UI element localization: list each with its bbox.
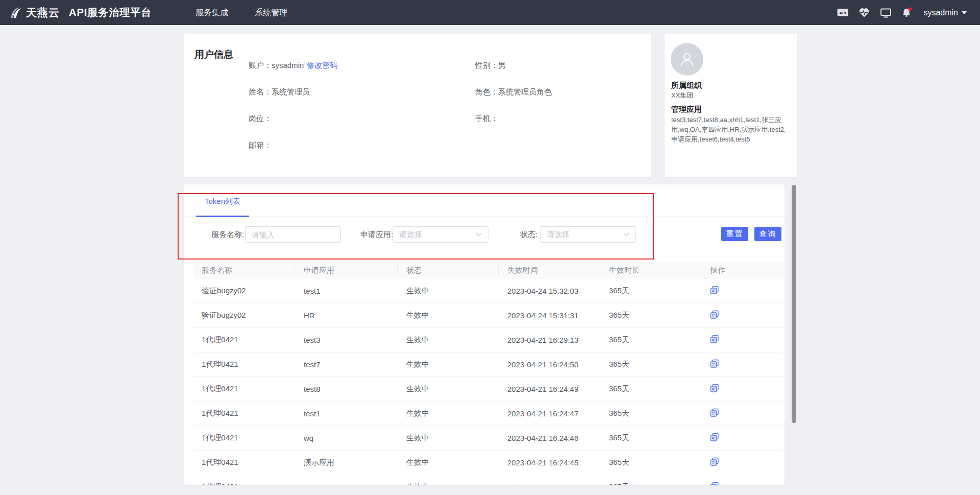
table-cell: 2023-04-21 16:24:44	[499, 483, 600, 485]
user-info-title: 用户信息	[194, 48, 233, 61]
copy-token-icon[interactable]	[710, 384, 719, 393]
operation-cell	[701, 335, 783, 345]
field-name: 姓名：系统管理员	[249, 87, 310, 97]
col-duration: 生效时长	[600, 266, 701, 275]
org-label: 所属组织	[671, 81, 702, 90]
table-cell: 2023-04-21 16:24:50	[499, 360, 600, 369]
chevron-down-icon	[623, 232, 629, 237]
col-expire-time: 失效时间	[499, 266, 600, 275]
profile-card: 所属组织 XX集团 管理应用 test3,test7,test8,aa,xhh1…	[665, 34, 797, 177]
table-cell: HR	[295, 311, 398, 320]
table-row: 1代理0421test7生效中2023-04-21 16:24:50365天	[193, 352, 783, 377]
service-name-input[interactable]	[245, 226, 341, 243]
table-cell: 365天	[600, 311, 701, 320]
top-navigation-bar: 天燕云 API服务治理平台 服务集成 系统管理 API	[0, 0, 980, 25]
monitor-icon[interactable]	[879, 7, 892, 18]
table-cell: 1代理0421	[193, 384, 295, 394]
tab-token-list[interactable]: Token列表	[196, 184, 249, 217]
table-cell: 生效中	[398, 458, 499, 467]
managed-apps-label: 管理应用	[671, 105, 702, 114]
svg-text:API: API	[840, 10, 846, 15]
change-password-link[interactable]: 修改密码	[307, 61, 337, 69]
copy-token-icon[interactable]	[710, 482, 719, 485]
org-value: XX集团	[671, 91, 693, 100]
nav-item-service-integration[interactable]: 服务集成	[195, 0, 228, 25]
table-cell: 2023-04-21 16:29:13	[499, 336, 600, 344]
table-cell: 验证bugzy02	[193, 286, 295, 296]
avatar	[671, 43, 703, 76]
copy-token-icon[interactable]	[710, 310, 719, 319]
username: sysadmin	[923, 8, 958, 17]
app-title: API服务治理平台	[69, 6, 152, 19]
copy-token-icon[interactable]	[710, 408, 719, 417]
token-list-card: Token列表 服务名称: 申请应用: 请选择 状态: 请选择 重置 查询 服务…	[184, 184, 785, 485]
table-cell: test1	[295, 409, 398, 418]
table-cell: 365天	[600, 335, 701, 345]
status-select[interactable]: 请选择	[540, 226, 636, 243]
query-button[interactable]: 查询	[754, 227, 781, 241]
field-position: 岗位：	[249, 114, 272, 124]
field-account: 账户：sysadmin修改密码	[249, 61, 337, 70]
table-cell: test1	[295, 287, 398, 295]
brand[interactable]: 天燕云	[8, 5, 60, 20]
table-cell: 2023-04-21 16:24:49	[499, 385, 600, 393]
table-cell: 演示应用	[295, 458, 398, 467]
api-docs-icon[interactable]: API	[837, 7, 849, 18]
apply-app-select-placeholder: 请选择	[399, 227, 422, 242]
table-cell: 2023-04-21 16:24:45	[499, 458, 600, 467]
table-cell: 2023-04-21 16:24:47	[499, 409, 600, 418]
operation-cell	[701, 457, 783, 468]
col-operation: 操作	[701, 266, 783, 275]
field-gender: 性别：男	[475, 61, 506, 70]
table-cell: 验证bugzy02	[193, 311, 295, 320]
table-cell: 生效中	[398, 482, 499, 485]
table-cell: 生效中	[398, 286, 499, 296]
apply-app-label: 申请应用:	[360, 226, 393, 243]
operation-cell	[701, 408, 783, 419]
table-row: 1代理0421演示应用生效中2023-04-21 16:24:45365天	[193, 451, 783, 475]
notification-bell-icon[interactable]	[901, 7, 913, 18]
nav-item-system-management[interactable]: 系统管理	[255, 0, 287, 25]
token-table: 服务名称 申请应用 状态 失效时间 生效时长 操作 验证bugzy02test1…	[193, 262, 783, 485]
brand-name: 天燕云	[26, 6, 60, 20]
page-scrollbar[interactable]	[792, 185, 796, 423]
nav-right-actions: API sysadmin	[827, 7, 980, 18]
table-cell: 生效中	[398, 433, 499, 443]
tianyan-cloud-logo-icon	[8, 5, 23, 20]
table-cell: 生效中	[398, 335, 499, 345]
chevron-down-icon	[476, 232, 482, 237]
table-row: 1代理0421test8生效中2023-04-21 16:24:49365天	[193, 377, 783, 402]
table-cell: 365天	[600, 482, 701, 485]
table-cell: 1代理0421	[193, 335, 295, 345]
table-cell: 1代理0421	[193, 433, 295, 443]
copy-token-icon[interactable]	[710, 286, 719, 295]
copy-token-icon[interactable]	[710, 335, 719, 344]
service-name-label: 服务名称:	[211, 226, 244, 243]
table-cell: 生效中	[398, 409, 499, 418]
table-cell: 1代理0421	[193, 458, 295, 467]
field-phone: 手机：	[475, 114, 498, 124]
user-info-card: 用户信息 账户：sysadmin修改密码 性别：男 姓名：系统管理员 角色：系统…	[184, 34, 651, 177]
copy-token-icon[interactable]	[710, 359, 719, 368]
table-cell: 365天	[600, 409, 701, 418]
table-cell: 生效中	[398, 311, 499, 320]
field-email: 邮箱：	[249, 140, 272, 150]
table-row: 1代理0421test2生效中2023-04-21 16:24:44365天	[193, 475, 783, 485]
table-cell: 2023-04-21 16:24:46	[499, 434, 600, 442]
col-apply-app: 申请应用	[295, 266, 398, 275]
status-select-placeholder: 请选择	[547, 227, 570, 242]
user-menu[interactable]: sysadmin	[923, 8, 967, 17]
table-header: 服务名称 申请应用 状态 失效时间 生效时长 操作	[193, 262, 783, 279]
notification-badge	[909, 7, 912, 11]
table-cell: 2023-04-24 15:32:03	[499, 287, 600, 295]
reset-button[interactable]: 重置	[721, 227, 748, 241]
health-pulse-icon[interactable]	[858, 7, 870, 18]
table-cell: wq	[295, 434, 398, 442]
operation-cell	[701, 286, 783, 296]
copy-token-icon[interactable]	[710, 457, 719, 466]
table-row: 1代理0421test3生效中2023-04-21 16:29:13365天	[193, 328, 783, 352]
copy-token-icon[interactable]	[710, 433, 719, 442]
table-row: 验证bugzy02test1生效中2023-04-24 15:32:03365天	[193, 279, 783, 303]
apply-app-select[interactable]: 请选择	[393, 226, 488, 243]
chevron-down-icon	[962, 11, 967, 14]
